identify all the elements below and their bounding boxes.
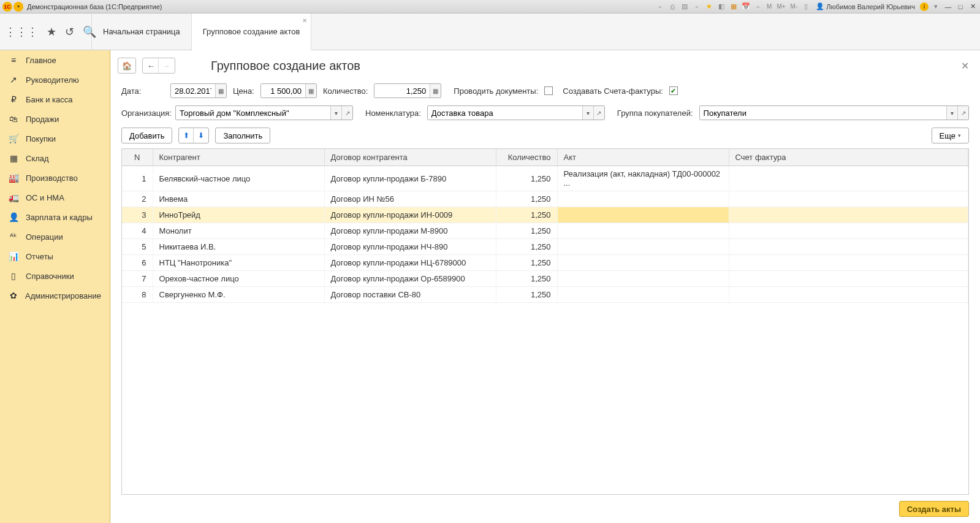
- group-dropdown-icon[interactable]: ▾: [946, 106, 957, 120]
- org-open-icon[interactable]: ↗: [341, 106, 352, 120]
- close-window-button[interactable]: ✕: [968, 2, 978, 11]
- back-button[interactable]: ←: [144, 58, 159, 73]
- col-act-header[interactable]: Акт: [557, 149, 729, 166]
- more-button[interactable]: Еще: [932, 128, 969, 143]
- apps-icon[interactable]: ⋮⋮⋮: [5, 25, 38, 39]
- cell-qty: 1,250: [496, 207, 557, 223]
- group-open-icon[interactable]: ↗: [957, 106, 968, 120]
- sidebar-item-2[interactable]: ₽Банк и касса: [0, 90, 110, 109]
- post-docs-checkbox[interactable]: [544, 86, 553, 95]
- sidebar-item-1[interactable]: ↗Руководителю: [0, 70, 110, 90]
- qty-calc-icon[interactable]: ▦: [430, 84, 441, 97]
- memory-m[interactable]: M: [765, 3, 773, 10]
- price-calc-icon[interactable]: ▦: [305, 84, 316, 97]
- cell-invoice: [729, 207, 968, 223]
- user-label[interactable]: 👤Любимов Валерий Юрьевич: [816, 2, 915, 10]
- move-up-button[interactable]: ⬆: [179, 128, 194, 143]
- price-input[interactable]: [261, 84, 305, 97]
- home-button[interactable]: 🏠: [118, 58, 136, 74]
- org-input[interactable]: [176, 106, 330, 120]
- cell-invoice: [729, 166, 968, 191]
- maximize-button[interactable]: □: [955, 2, 965, 11]
- col-qty-header[interactable]: Количество: [496, 149, 557, 166]
- date-input[interactable]: [171, 84, 215, 97]
- col-n-header[interactable]: N: [122, 149, 153, 166]
- create-invoice-checkbox[interactable]: [669, 86, 678, 95]
- sidebar-item-5[interactable]: ▦Склад: [0, 148, 110, 168]
- memory-m-minus[interactable]: M-: [789, 3, 799, 10]
- forward-button[interactable]: →: [159, 58, 173, 73]
- memory-m-plus[interactable]: M+: [775, 3, 786, 10]
- app-menu-dropdown[interactable]: ▾: [13, 2, 23, 12]
- minimize-button[interactable]: —: [943, 2, 953, 11]
- sidebar-icon: ᴬᵏ: [9, 232, 18, 242]
- cell-qty: 1,250: [496, 271, 557, 287]
- tab-group-acts[interactable]: Групповое создание актов ✕: [192, 13, 312, 50]
- sidebar-icon: ▯: [9, 271, 18, 281]
- page-close-button[interactable]: ✕: [961, 60, 969, 72]
- create-acts-button[interactable]: Создать акты: [899, 501, 969, 517]
- star-icon[interactable]: ★: [47, 25, 56, 39]
- sidebar-item-4[interactable]: 🛒Покупки: [0, 129, 110, 148]
- table-row[interactable]: 3ИнноТрейдДоговор купли-продажи ИН-00091…: [122, 207, 968, 223]
- add-button[interactable]: Добавить: [121, 128, 172, 143]
- cell-act: Реализация (акт, накладная) ТД00-000002 …: [557, 166, 729, 191]
- table-row[interactable]: 6НТЦ "Нанотроника"Договор купли-продажи …: [122, 255, 968, 271]
- cell-counterparty: Инвема: [153, 191, 324, 207]
- group-label: Группа покупателей:: [617, 109, 693, 118]
- qty-input[interactable]: [374, 84, 430, 97]
- table-row[interactable]: 2ИнвемаДоговор ИН №561,250: [122, 191, 968, 207]
- table-row[interactable]: 5Никитаева И.В.Договор купли-продажи НЧ-…: [122, 239, 968, 255]
- print-icon[interactable]: ⎙: [667, 2, 677, 12]
- tab-start-page[interactable]: Начальная страница: [92, 13, 192, 50]
- col-counterparty-header[interactable]: Контрагент: [153, 149, 324, 166]
- toolbar-icon-9[interactable]: ▫: [753, 2, 763, 12]
- col-contract-header[interactable]: Договор контрагента: [324, 149, 496, 166]
- nomen-open-icon[interactable]: ↗: [593, 106, 604, 120]
- table-row[interactable]: 1Белявский-частное лицоДоговор купли-про…: [122, 166, 968, 191]
- group-input[interactable]: [700, 106, 946, 120]
- sidebar-item-6[interactable]: 🏭Производство: [0, 168, 110, 188]
- sidebar-item-7[interactable]: 🚛ОС и НМА: [0, 188, 110, 207]
- toolbar-icon-6[interactable]: ◧: [716, 2, 726, 12]
- toolbar-icon-3[interactable]: ▧: [680, 2, 689, 12]
- fill-button[interactable]: Заполнить: [215, 128, 270, 143]
- col-invoice-header[interactable]: Счет фактура: [729, 149, 968, 166]
- sidebar-item-0[interactable]: ≡Главное: [0, 50, 110, 70]
- tab-close-icon[interactable]: ✕: [302, 17, 307, 24]
- move-down-button[interactable]: ⬇: [194, 128, 208, 143]
- move-buttons: ⬆ ⬇: [178, 128, 209, 143]
- date-picker-icon[interactable]: ▦: [215, 84, 226, 97]
- info-icon[interactable]: i: [920, 2, 929, 11]
- cell-act: [557, 207, 729, 223]
- sidebar-item-12[interactable]: ✿Администрирование: [0, 286, 110, 305]
- sidebar-icon: 🛒: [9, 134, 18, 143]
- price-label: Цена:: [233, 86, 254, 96]
- app-logo-icon: 1C: [2, 2, 12, 12]
- nomen-input-wrap: ▾ ↗: [427, 105, 605, 120]
- table-row[interactable]: 8Свергуненко М.Ф.Договор поставки СВ-801…: [122, 287, 968, 303]
- cell-counterparty: Орехов-частное лицо: [153, 271, 324, 287]
- table-row[interactable]: 4МонолитДоговор купли-продажи М-89001,25…: [122, 223, 968, 239]
- cell-invoice: [729, 239, 968, 255]
- info-dropdown-icon[interactable]: ▾: [931, 2, 941, 12]
- sidebar-icon: 🛍: [9, 114, 18, 124]
- nomen-input[interactable]: [428, 106, 582, 120]
- history-icon[interactable]: ↺: [65, 25, 74, 39]
- calendar-icon[interactable]: 📅: [741, 2, 751, 12]
- nomen-dropdown-icon[interactable]: ▾: [582, 106, 593, 120]
- cell-n: 1: [122, 166, 153, 191]
- layout-icon[interactable]: ▯: [801, 2, 811, 12]
- org-dropdown-icon[interactable]: ▾: [330, 106, 341, 120]
- sidebar-item-3[interactable]: 🛍Продажи: [0, 109, 110, 129]
- toolbar-icon-4[interactable]: ▫: [692, 2, 702, 12]
- calculator-icon[interactable]: ▦: [729, 2, 739, 12]
- toolbar-icon-1[interactable]: ▫: [655, 2, 665, 12]
- sidebar-item-11[interactable]: ▯Справочники: [0, 266, 110, 286]
- table-row[interactable]: 7Орехов-частное лицоДоговор купли-продаж…: [122, 271, 968, 287]
- sidebar-item-10[interactable]: 📊Отчеты: [0, 246, 110, 266]
- sidebar-item-8[interactable]: 👤Зарплата и кадры: [0, 207, 110, 227]
- sidebar-item-9[interactable]: ᴬᵏОперации: [0, 227, 110, 246]
- sidebar-label: Склад: [26, 154, 49, 163]
- favorite-icon[interactable]: ★: [704, 2, 714, 12]
